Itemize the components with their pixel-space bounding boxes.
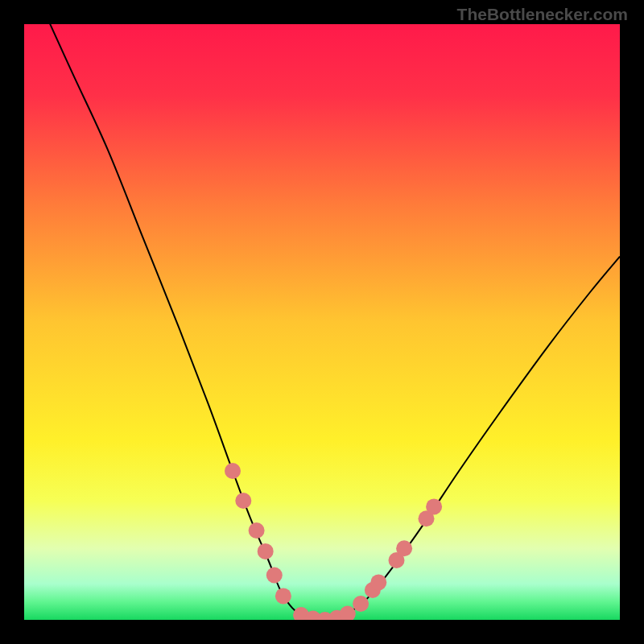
data-point bbox=[249, 522, 265, 539]
data-point bbox=[258, 543, 274, 559]
gradient-background bbox=[24, 24, 620, 620]
chart-svg bbox=[24, 24, 620, 620]
data-point bbox=[396, 540, 412, 556]
data-point bbox=[353, 596, 369, 612]
watermark-text: TheBottlenecker.com bbox=[457, 5, 628, 24]
chart-container: TheBottlenecker.com bbox=[0, 0, 644, 644]
data-point bbox=[225, 463, 241, 479]
plot-area bbox=[24, 24, 620, 620]
data-point bbox=[426, 498, 442, 514]
data-point bbox=[370, 574, 386, 590]
data-point bbox=[235, 493, 251, 509]
data-point bbox=[275, 588, 291, 604]
data-point bbox=[266, 568, 283, 584]
